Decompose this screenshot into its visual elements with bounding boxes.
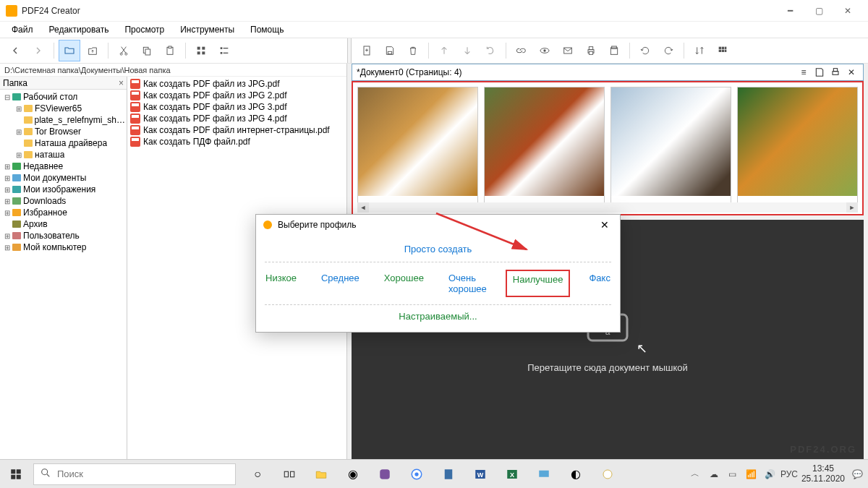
quality-mid[interactable]: Среднее [315, 270, 365, 297]
custom-link[interactable]: Настраиваемый... [265, 305, 611, 323]
path-bar[interactable]: D:\Системная папка\Документы\Новая папка [0, 64, 346, 77]
doc-save-icon[interactable] [812, 65, 827, 80]
menu-file[interactable]: Файл [4, 23, 41, 36]
tray-cloud-icon[interactable]: ☁ [707, 469, 720, 479]
email-button[interactable] [557, 40, 579, 61]
quality-fax[interactable]: Факс [583, 270, 616, 297]
expand-icon[interactable]: ⊞ [14, 128, 23, 136]
menu-view[interactable]: Просмотр [117, 23, 171, 36]
file-item[interactable]: Как создать PDF файл из JPG.pdf [127, 78, 346, 90]
page-thumb-1[interactable] [357, 87, 478, 210]
calculator-icon[interactable] [434, 460, 463, 489]
taskview-icon[interactable] [275, 460, 304, 489]
save-button[interactable] [379, 40, 401, 61]
doc-close-icon[interactable]: ✕ [844, 65, 859, 80]
quality-best[interactable]: Наилучшее [506, 270, 571, 297]
page-thumb-4[interactable] [737, 87, 858, 210]
expand-icon[interactable]: ⊞ [14, 151, 23, 159]
minimize-button[interactable]: ━ [775, 1, 804, 21]
rotate-right-button[interactable] [658, 40, 679, 61]
menu-tools[interactable]: Инструменты [173, 23, 242, 36]
scroll-left-icon[interactable]: ◄ [357, 202, 369, 213]
tree-close-icon[interactable]: × [119, 78, 124, 88]
expand-icon[interactable]: ⊞ [14, 105, 23, 113]
delete-button[interactable] [402, 40, 424, 61]
forward-button[interactable] [27, 40, 49, 61]
rotate-left-button[interactable] [634, 40, 656, 61]
excel-icon[interactable]: X [498, 460, 527, 489]
new-doc-button[interactable] [356, 40, 378, 61]
preview-button[interactable] [534, 40, 556, 61]
expand-icon[interactable]: ⊞ [3, 232, 12, 240]
copy-button[interactable] [136, 40, 158, 61]
quality-very-good[interactable]: Очень хорошее [443, 270, 493, 297]
back-button[interactable] [4, 40, 26, 61]
file-list[interactable]: Как создать PDF файл из JPG.pdfКак созда… [127, 77, 346, 149]
move-up-button[interactable] [433, 40, 455, 61]
app-icon-1[interactable]: ◉ [339, 460, 367, 489]
pdf24-taskbar-icon[interactable] [593, 460, 622, 489]
expand-icon[interactable]: ⊞ [3, 197, 12, 205]
doc-print-icon[interactable] [828, 65, 843, 80]
tree-node[interactable]: Архив [0, 218, 127, 230]
tree-node[interactable]: ⊞Мой компьютер [0, 241, 127, 253]
tray-lang[interactable]: РУС [783, 469, 796, 479]
tree-node[interactable]: ⊞Мои изображения [0, 184, 127, 195]
tray-notifications-icon[interactable]: 💬 [851, 469, 864, 479]
file-item[interactable]: Как создать PDF файл из JPG 3.pdf [127, 101, 346, 113]
tree-node[interactable]: ⊞наташа [0, 149, 127, 160]
tree-node[interactable]: ⊞Tor Browser [0, 126, 127, 137]
tree-node[interactable]: plate_s_relefnymi_shvar [0, 114, 127, 126]
cortana-icon[interactable]: ○ [243, 460, 272, 489]
list-view-button[interactable] [213, 40, 235, 61]
viber-icon[interactable] [370, 460, 399, 489]
move-down-button[interactable] [456, 40, 478, 61]
explorer-icon[interactable] [307, 460, 336, 489]
word-icon[interactable]: W [466, 460, 495, 489]
file-item[interactable]: Как создать PDF файл из JPG 4.pdf [127, 113, 346, 124]
tree-node[interactable]: ⊞Пользователь [0, 230, 127, 241]
app-icon-2[interactable] [529, 460, 558, 489]
undo-button[interactable] [480, 40, 501, 61]
tray-clock[interactable]: 13:45 25.11.2020 [801, 464, 845, 483]
dialog-titlebar[interactable]: Выберите профиль ✕ [256, 215, 620, 235]
app-icon-3[interactable]: ◐ [561, 460, 590, 489]
file-item[interactable]: Как создать PDF файл из JPG 2.pdf [127, 90, 346, 101]
menu-edit[interactable]: Редактировать [42, 23, 116, 36]
open-folder-button[interactable] [59, 40, 80, 61]
thumbnail-scrollbar[interactable]: ◄ ► [357, 202, 858, 213]
link-button[interactable] [511, 40, 532, 61]
file-item[interactable]: Как создать ПДФ файл.pdf [127, 136, 346, 147]
create-link[interactable]: Просто создать [265, 241, 611, 262]
tree-node[interactable]: ⊞Мои документы [0, 172, 127, 184]
print-button[interactable] [580, 40, 602, 61]
tree-node[interactable]: ⊞Избранное [0, 207, 127, 218]
dialog-close-button[interactable]: ✕ [595, 217, 614, 233]
up-folder-button[interactable] [82, 40, 103, 61]
scroll-right-icon[interactable]: ► [846, 202, 858, 213]
tree-node[interactable]: ⊞Недавнее [0, 160, 127, 172]
tray-wifi-icon[interactable]: 📶 [745, 469, 758, 479]
fax-button[interactable] [603, 40, 625, 61]
maximize-button[interactable]: ▢ [804, 1, 833, 21]
tray-chevron-icon[interactable]: ︿ [689, 468, 702, 480]
taskbar-search[interactable]: Поиск [33, 463, 236, 485]
chrome-icon[interactable] [402, 460, 431, 489]
paste-button[interactable] [159, 40, 181, 61]
grid-button[interactable] [712, 40, 733, 61]
cut-button[interactable] [113, 40, 135, 61]
file-item[interactable]: Как создать PDF файл интернет-страницы.p… [127, 124, 346, 136]
doc-menu-icon[interactable]: ≡ [796, 65, 811, 80]
tree-node[interactable]: ⊞FSViewer65 [0, 103, 127, 114]
page-thumb-2[interactable] [484, 87, 605, 210]
thumbnails-view-button[interactable] [190, 40, 212, 61]
tree-node[interactable]: ⊟Рабочий стол [0, 91, 127, 103]
tray-volume-icon[interactable]: 🔊 [764, 469, 777, 479]
page-thumb-3[interactable] [610, 87, 731, 210]
close-button[interactable]: ✕ [833, 1, 862, 21]
tree-node[interactable]: Наташа драйвера [0, 137, 127, 149]
quality-good[interactable]: Хорошее [378, 270, 430, 297]
tree-node[interactable]: ⊞Downloads [0, 195, 127, 207]
sort-button[interactable] [689, 40, 710, 61]
start-button[interactable] [0, 460, 32, 489]
